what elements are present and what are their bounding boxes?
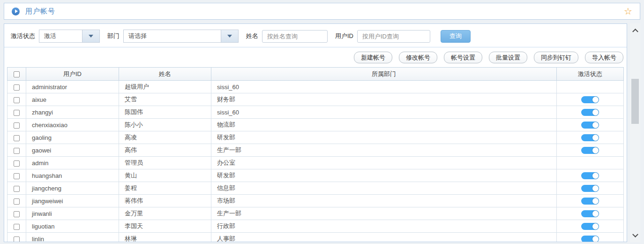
active-toggle[interactable] — [581, 147, 599, 154]
cell-user-id: jinwanli — [26, 207, 119, 220]
active-toggle[interactable] — [581, 134, 599, 141]
toggle-knob — [592, 173, 599, 179]
new-account-button[interactable]: 新建帐号 — [354, 52, 392, 63]
row-checkbox-cell — [7, 195, 26, 207]
section-expand-icon[interactable] — [12, 8, 20, 15]
cell-department: sissi_60 — [211, 81, 557, 93]
department-selected-value: 请选择 — [124, 30, 221, 42]
cell-active-status — [557, 169, 624, 182]
table-row: jiangcheng 姜程 信息部 — [7, 182, 624, 195]
toggle-knob — [592, 236, 599, 242]
active-toggle[interactable] — [581, 185, 599, 192]
row-checkbox[interactable] — [14, 84, 20, 91]
cell-active-status — [557, 157, 624, 169]
main-panel: 激活状态 激活 部门 请选择 姓名 用户ID 查询 新建帐号 修改帐 — [4, 23, 627, 242]
modify-account-button[interactable]: 修改帐号 — [399, 52, 437, 63]
toggle-knob — [592, 147, 599, 153]
row-checkbox[interactable] — [14, 224, 20, 230]
cell-department: 市场部 — [211, 195, 557, 207]
toggle-knob — [592, 198, 599, 204]
cell-department: 行政部 — [211, 220, 557, 233]
row-checkbox[interactable] — [14, 160, 20, 167]
department-filter-select[interactable]: 请选择 — [123, 30, 239, 43]
table-row: gaowei 高伟 生产一部 — [7, 144, 624, 157]
page: 用户帐号 ☆ 激活状态 激活 部门 请选择 姓名 用户ID — [0, 0, 644, 244]
cell-user-id: gaoling — [26, 131, 119, 144]
active-toggle[interactable] — [581, 236, 599, 242]
cell-name: 姜程 — [119, 182, 211, 195]
cell-name: 高凌 — [119, 131, 211, 144]
department-dropdown-button[interactable] — [221, 30, 238, 42]
row-checkbox[interactable] — [14, 173, 20, 179]
active-toggle[interactable] — [581, 223, 599, 230]
vertical-scrollbar[interactable] — [630, 23, 640, 242]
status-dropdown-button[interactable] — [82, 30, 99, 42]
cell-department: 生产一部 — [211, 207, 557, 220]
user-table-body: administrator 超级用户 sissi_60 aixue 艾雪 财务部… — [7, 81, 624, 243]
cell-active-status — [557, 131, 624, 144]
cell-name: 蒋伟伟 — [119, 195, 211, 207]
scroll-up-button[interactable] — [630, 24, 640, 36]
name-filter-input[interactable] — [262, 30, 328, 43]
row-checkbox-cell — [7, 131, 26, 144]
sync-dingtalk-button[interactable]: 同步到钉钉 — [534, 52, 578, 63]
cell-department: 财务部 — [211, 93, 557, 106]
cell-active-status — [557, 119, 624, 131]
import-account-button[interactable]: 导入帐号 — [585, 52, 623, 63]
cell-user-id: aixue — [26, 93, 119, 106]
account-settings-button[interactable]: 帐号设置 — [444, 52, 482, 63]
department-filter-label: 部门 — [107, 32, 120, 40]
active-toggle[interactable] — [581, 172, 599, 179]
toggle-knob — [592, 223, 599, 229]
row-checkbox[interactable] — [14, 97, 20, 103]
row-checkbox-cell — [7, 144, 26, 157]
userid-filter-input[interactable] — [357, 30, 430, 43]
active-toggle[interactable] — [581, 198, 599, 205]
table-row: aixue 艾雪 财务部 — [7, 93, 624, 106]
cell-name: 陈国伟 — [119, 106, 211, 119]
table-row: jiangweiwei 蒋伟伟 市场部 — [7, 195, 624, 207]
row-checkbox-cell — [7, 157, 26, 169]
cell-active-status — [557, 195, 624, 207]
status-filter-label: 激活状态 — [11, 32, 35, 40]
row-checkbox[interactable] — [14, 211, 20, 217]
status-filter-select[interactable]: 激活 — [39, 30, 100, 43]
row-checkbox[interactable] — [14, 110, 20, 116]
row-checkbox[interactable] — [14, 236, 20, 242]
row-checkbox[interactable] — [14, 198, 20, 205]
batch-settings-button[interactable]: 批量设置 — [489, 52, 527, 63]
select-all-checkbox[interactable] — [14, 71, 20, 77]
row-checkbox[interactable] — [14, 186, 20, 192]
active-toggle[interactable] — [581, 210, 599, 217]
content-row: 激活状态 激活 部门 请选择 姓名 用户ID 查询 新建帐号 修改帐 — [4, 23, 640, 242]
active-toggle[interactable] — [581, 96, 599, 103]
cell-active-status — [557, 144, 624, 157]
cell-active-status — [557, 220, 624, 233]
table-header-row: 用户ID 姓名 所属部门 激活状态 — [7, 68, 624, 81]
toggle-knob — [592, 109, 599, 115]
cell-active-status — [557, 233, 624, 243]
favorite-star-icon[interactable]: ☆ — [624, 7, 632, 16]
row-checkbox[interactable] — [14, 135, 20, 141]
table-row: liguotian 李国天 行政部 — [7, 220, 624, 233]
column-header-status: 激活状态 — [557, 68, 624, 81]
query-button[interactable]: 查询 — [441, 30, 471, 43]
row-checkbox[interactable] — [14, 148, 20, 154]
toggle-knob — [592, 135, 599, 141]
row-checkbox[interactable] — [14, 122, 20, 129]
active-toggle[interactable] — [581, 122, 599, 129]
cell-name: 超级用户 — [119, 81, 211, 93]
cell-user-id: admin — [26, 157, 119, 169]
chevron-down-icon — [632, 231, 638, 237]
scrollbar-thumb[interactable] — [631, 79, 639, 124]
row-checkbox-cell — [7, 81, 26, 93]
cell-user-id: liguotian — [26, 220, 119, 233]
table-row: huangshan 黄山 研发部 — [7, 169, 624, 182]
cell-active-status — [557, 93, 624, 106]
cell-department: sissi_60 — [211, 106, 557, 119]
active-toggle[interactable] — [581, 109, 599, 116]
row-checkbox-cell — [7, 207, 26, 220]
table-row: jinwanli 金万里 生产一部 — [7, 207, 624, 220]
scroll-down-button[interactable] — [630, 230, 640, 241]
cell-user-id: jiangweiwei — [26, 195, 119, 207]
